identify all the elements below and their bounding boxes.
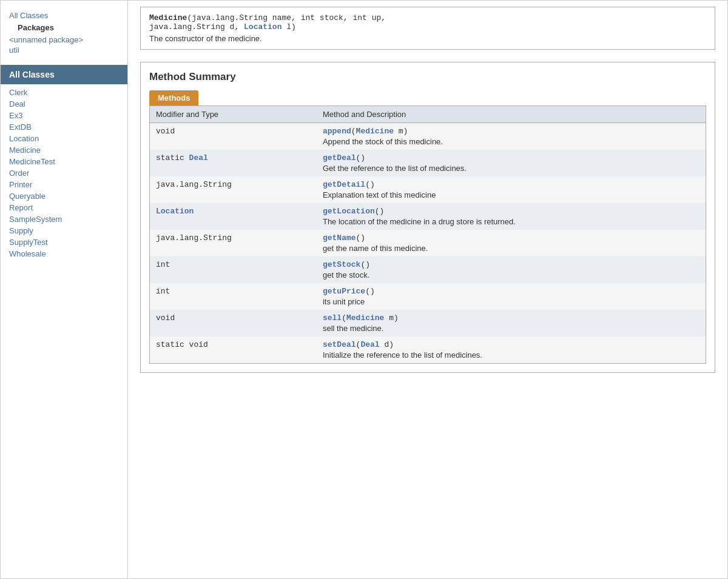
sidebar-item-supplytest[interactable]: SupplyTest — [1, 236, 127, 248]
param-type-link[interactable]: Medicine — [356, 127, 394, 136]
table-row: void append(Medicine m) Append the stock… — [150, 123, 706, 150]
sidebar-class-list: Clerk Deal Ex3 ExtDB Location Medicine M… — [1, 87, 127, 259]
method-cell: getDeal() Get the reference to the list … — [317, 150, 706, 176]
method-modifier-cell: Location — [150, 203, 317, 230]
method-modifier-cell: void — [150, 123, 317, 150]
table-row: static void setDeal(Deal d) Initialize t… — [150, 336, 706, 364]
sidebar: All Classes Packages <unnamed package> u… — [1, 1, 128, 578]
method-link[interactable]: getName — [323, 233, 356, 243]
method-link[interactable]: getStock — [323, 260, 360, 269]
method-signature: sell(Medicine m) — [323, 313, 699, 323]
sidebar-item-medicine[interactable]: Medicine — [1, 144, 127, 156]
sidebar-item-location[interactable]: Location — [1, 133, 127, 144]
method-signature: setDeal(Deal d) — [323, 340, 699, 349]
methods-tab[interactable]: Methods — [149, 90, 198, 105]
sidebar-item-order[interactable]: Order — [1, 167, 127, 179]
method-signature: append(Medicine m) — [323, 127, 699, 136]
constructor-summary-box: Medicine(java.lang.String name, int stoc… — [140, 7, 715, 50]
param-type-link[interactable]: Deal — [360, 340, 379, 349]
method-link[interactable]: sell — [323, 313, 342, 323]
method-signature: getName() — [323, 233, 699, 243]
method-description: Explanation text of this medicine — [323, 190, 699, 199]
method-link[interactable]: append — [323, 127, 351, 136]
sidebar-item-ex3[interactable]: Ex3 — [1, 110, 127, 121]
method-description: The location of the medicine in a drug s… — [323, 217, 699, 226]
method-modifier-cell: static void — [150, 336, 317, 364]
col-modifier-header: Modifier and Type — [150, 106, 317, 123]
method-description: get the name of this medicine. — [323, 244, 699, 253]
method-signature: getuPrice() — [323, 287, 699, 296]
method-link[interactable]: getDeal — [323, 153, 356, 162]
method-signature: getDeal() — [323, 153, 699, 162]
table-row: int getStock() get the stock. — [150, 256, 706, 283]
method-cell: setDeal(Deal d) Initialize the reference… — [317, 336, 706, 364]
method-link[interactable]: getDetail — [323, 180, 365, 189]
method-cell: sell(Medicine m) sell the medicine. — [317, 310, 706, 336]
table-row: int getuPrice() its unit price — [150, 283, 706, 310]
method-link[interactable]: setDeal — [323, 340, 356, 349]
method-signature: getStock() — [323, 260, 699, 269]
method-description: sell the medicine. — [323, 324, 699, 333]
sidebar-item-queryable[interactable]: Queryable — [1, 190, 127, 202]
method-summary-section: Method Summary Methods Modifier and Type… — [140, 62, 715, 373]
table-row: void sell(Medicine m) sell the medicine. — [150, 310, 706, 336]
table-row: java.lang.String getName() get the name … — [150, 230, 706, 256]
method-cell: getuPrice() its unit price — [317, 283, 706, 310]
sidebar-item-clerk[interactable]: Clerk — [1, 87, 127, 98]
sidebar-item-printer[interactable]: Printer — [1, 179, 127, 190]
sidebar-all-classes-link[interactable]: All Classes — [9, 10, 119, 21]
constructor-description: The constructor of the medicine. — [149, 34, 706, 43]
method-cell: getDetail() Explanation text of this med… — [317, 176, 706, 203]
sidebar-item-samplesystem[interactable]: SampleSystem — [1, 213, 127, 225]
sidebar-item-wholesale[interactable]: Wholesale — [1, 248, 127, 259]
method-signature: getLocation() — [323, 207, 699, 216]
constructor-code-line1: Medicine(java.lang.String name, int stoc… — [149, 13, 706, 22]
sidebar-item-medicinetest[interactable]: MedicineTest — [1, 156, 127, 167]
method-cell: getName() get the name of this medicine. — [317, 230, 706, 256]
method-modifier-cell: void — [150, 310, 317, 336]
method-link[interactable]: getLocation — [323, 207, 375, 216]
method-description: its unit price — [323, 297, 699, 306]
method-signature: getDetail() — [323, 180, 699, 189]
table-row: static Deal getDeal() Get the reference … — [150, 150, 706, 176]
param-type-link[interactable]: Medicine — [346, 313, 384, 323]
method-cell: getStock() get the stock. — [317, 256, 706, 283]
method-modifier-cell: java.lang.String — [150, 176, 317, 203]
method-cell: getLocation() The location of the medici… — [317, 203, 706, 230]
method-modifier-cell: java.lang.String — [150, 230, 317, 256]
method-summary-title: Method Summary — [149, 71, 706, 83]
sidebar-packages-label: Packages — [9, 21, 119, 35]
method-description: Initialize the reference to the list of … — [323, 350, 699, 360]
col-method-header: Method and Description — [317, 106, 706, 123]
sidebar-item-report[interactable]: Report — [1, 202, 127, 213]
method-cell: append(Medicine m) Append the stock of t… — [317, 123, 706, 150]
method-description: get the stock. — [323, 270, 699, 279]
method-modifier-cell: int — [150, 283, 317, 310]
sidebar-package-util[interactable]: util — [9, 45, 119, 55]
table-row: Location getLocation() The location of t… — [150, 203, 706, 230]
sidebar-package-unnamed[interactable]: <unnamed package> — [9, 35, 119, 45]
constructor-code-line2: java.lang.String d, Location l) — [149, 22, 706, 32]
method-modifier-cell: int — [150, 256, 317, 283]
methods-table: Modifier and Type Method and Description… — [149, 105, 706, 364]
sidebar-all-classes-header: All Classes — [1, 65, 127, 84]
constructor-location-link[interactable]: Location — [244, 22, 281, 32]
modifier-link[interactable]: Deal — [189, 153, 208, 162]
method-description: Append the stock of this medicine. — [323, 137, 699, 146]
sidebar-item-supply[interactable]: Supply — [1, 225, 127, 236]
modifier-link[interactable]: Location — [156, 207, 194, 216]
table-row: java.lang.String getDetail() Explanation… — [150, 176, 706, 203]
main-content: Medicine(java.lang.String name, int stoc… — [128, 1, 727, 578]
method-description: Get the reference to the list of medicin… — [323, 164, 699, 173]
sidebar-item-extdb[interactable]: ExtDB — [1, 121, 127, 133]
sidebar-item-deal[interactable]: Deal — [1, 98, 127, 110]
method-modifier-cell: static Deal — [150, 150, 317, 176]
method-link[interactable]: getuPrice — [323, 287, 365, 296]
